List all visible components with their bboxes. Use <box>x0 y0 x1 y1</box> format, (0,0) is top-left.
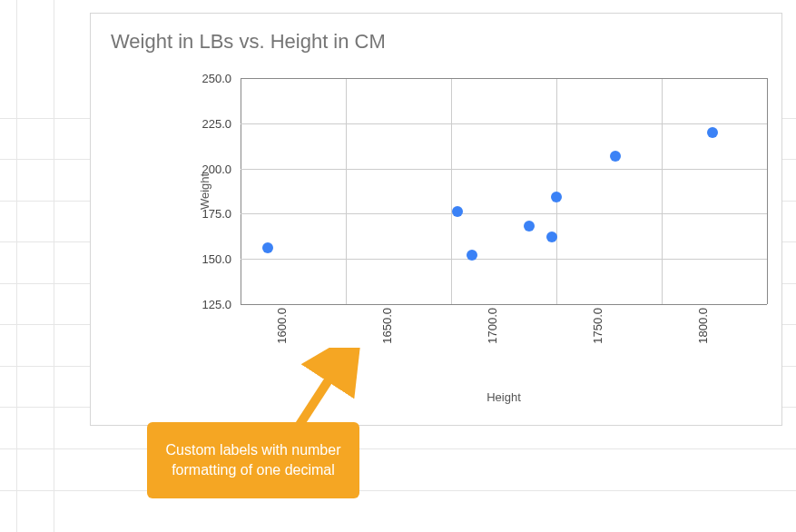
x-tick-label: 1600.0 <box>275 308 289 344</box>
y-tick-label: 150.0 <box>177 252 231 266</box>
data-point <box>524 221 535 232</box>
x-axis-label: Height <box>241 390 767 404</box>
y-tick-label: 250.0 <box>177 72 231 85</box>
data-points-layer <box>241 78 767 304</box>
data-point <box>262 242 273 253</box>
data-point <box>452 206 463 217</box>
chart-plot-area: 250.0 225.0 200.0 175.0 150.0 125.0 1600… <box>241 78 767 304</box>
data-point <box>707 127 718 138</box>
data-point <box>551 192 562 202</box>
annotation-text: Custom labels with number formatting of … <box>165 440 341 479</box>
x-tick-label: 1750.0 <box>591 308 604 344</box>
data-point <box>610 151 621 162</box>
data-point <box>546 232 557 242</box>
scatter-chart[interactable]: Weight in LBs vs. Height in CM 250.0 225… <box>90 13 782 426</box>
annotation-callout: Custom labels with number formatting of … <box>147 422 359 498</box>
data-point <box>467 250 477 261</box>
y-tick-label: 225.0 <box>177 116 231 130</box>
y-axis-label: Weight <box>198 172 211 209</box>
x-tick-label: 1700.0 <box>486 308 499 344</box>
x-tick-label: 1800.0 <box>696 308 710 344</box>
x-tick-label: 1650.0 <box>380 308 394 344</box>
chart-title: Weight in LBs vs. Height in CM <box>111 30 386 54</box>
y-tick-label: 125.0 <box>177 298 231 311</box>
